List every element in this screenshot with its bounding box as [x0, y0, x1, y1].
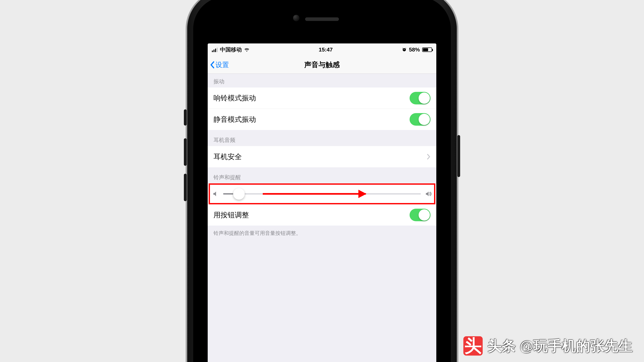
toggle-change-with-buttons[interactable] — [410, 209, 430, 221]
nav-bar: 设置 声音与触感 — [208, 56, 436, 74]
ringer-volume-slider[interactable] — [223, 193, 421, 195]
section-header-headphone: 耳机音频 — [208, 130, 436, 146]
status-time: 15:47 — [250, 46, 402, 53]
row-change-with-buttons[interactable]: 用按钮调整 — [208, 204, 436, 226]
carrier-label: 中国移动 — [220, 46, 242, 53]
toggle-ring-vibrate[interactable] — [410, 92, 430, 104]
cellular-signal-icon — [212, 47, 218, 52]
row-label: 静音模式振动 — [214, 115, 410, 124]
back-button[interactable]: 设置 — [208, 60, 229, 69]
volume-high-icon — [425, 190, 432, 197]
row-silent-vibrate[interactable]: 静音模式振动 — [208, 109, 436, 130]
power-button — [457, 135, 460, 177]
wifi-icon — [244, 47, 250, 52]
earpiece — [305, 17, 339, 21]
status-right: 58% — [402, 46, 432, 53]
battery-percent: 58% — [409, 46, 420, 53]
status-bar: 中国移动 15:47 58% — [208, 43, 436, 56]
slider-thumb[interactable] — [233, 188, 245, 200]
group-ringer: 用按钮调整 — [208, 183, 436, 226]
chevron-right-icon — [427, 154, 430, 160]
group-headphone: 耳机安全 — [208, 146, 436, 167]
section-header-ringer: 铃声和提醒 — [208, 167, 436, 183]
watermark-badge: 头 — [463, 336, 483, 356]
toggle-silent-vibrate[interactable] — [410, 113, 430, 126]
battery-icon — [422, 47, 432, 52]
back-label: 设置 — [216, 60, 229, 69]
row-ringer-volume[interactable] — [208, 183, 436, 204]
row-ring-vibrate[interactable]: 响铃模式振动 — [208, 87, 436, 109]
row-headphone-safety[interactable]: 耳机安全 — [208, 146, 436, 167]
row-label: 用按钮调整 — [214, 210, 410, 220]
row-label: 耳机安全 — [214, 152, 427, 162]
watermark-text: 头条 @玩手机的张先生 — [488, 337, 633, 356]
group-vibration: 响铃模式振动 静音模式振动 — [208, 87, 436, 130]
phone-frame: 中国移动 15:47 58% — [187, 0, 457, 362]
page-title: 声音与触感 — [208, 60, 436, 69]
volume-down-button — [184, 174, 187, 201]
watermark: 头 头条 @玩手机的张先生 — [463, 336, 633, 356]
alarm-icon — [402, 47, 407, 52]
screen: 中国移动 15:47 58% — [208, 43, 436, 362]
volume-up-button — [184, 138, 187, 166]
phone-bezel: 中国移动 15:47 58% — [193, 0, 451, 362]
footer-note-ringer: 铃声和提醒的音量可用音量按钮调整。 — [208, 226, 436, 238]
status-left: 中国移动 — [212, 46, 250, 53]
chevron-left-icon — [210, 61, 214, 68]
mute-switch — [184, 109, 187, 125]
section-header-vibration: 振动 — [208, 74, 436, 87]
row-label: 响铃模式振动 — [214, 93, 410, 103]
volume-low-icon — [212, 190, 219, 197]
annotation-arrow — [263, 193, 366, 195]
front-camera — [293, 15, 300, 21]
